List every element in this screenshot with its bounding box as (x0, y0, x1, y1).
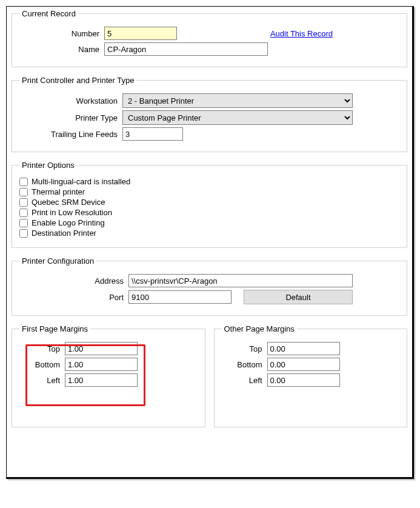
option-thermal-checkbox[interactable] (19, 188, 28, 196)
address-input[interactable] (128, 274, 353, 287)
first-top-label: Top (19, 344, 65, 353)
name-label: Name (19, 45, 104, 54)
other-top-label: Top (222, 344, 267, 353)
trailing-label: Trailing Line Feeds (19, 130, 122, 139)
workstation-label: Workstation (19, 96, 122, 105)
option-lowres-checkbox[interactable] (19, 209, 28, 217)
other-bottom-input[interactable] (267, 358, 340, 371)
option-multilingual-checkbox[interactable] (19, 178, 28, 186)
first-bottom-input[interactable] (65, 358, 138, 371)
option-multilingual-label: Multi-lingual-card is installed (32, 177, 130, 186)
controller-group: Print Controller and Printer Type Workst… (12, 76, 407, 152)
controller-legend: Print Controller and Printer Type (19, 76, 136, 85)
options-legend: Printer Options (19, 161, 77, 170)
option-thermal-label: Thermal printer (32, 187, 85, 196)
address-label: Address (19, 276, 128, 286)
option-logo-label: Enable Logo Printing (32, 218, 105, 227)
option-logo-checkbox[interactable] (19, 219, 28, 227)
option-quebec-label: Quebec SRM Device (32, 198, 105, 207)
other-bottom-label: Bottom (222, 360, 267, 369)
port-input[interactable] (128, 290, 232, 304)
other-top-input[interactable] (267, 342, 340, 355)
number-input[interactable] (104, 27, 177, 40)
options-group: Printer Options Multi-lingual-card is in… (12, 161, 407, 248)
first-bottom-label: Bottom (19, 360, 65, 369)
option-lowres-label: Print in Low Resolution (32, 208, 112, 217)
first-margins-legend: First Page Margins (19, 324, 90, 333)
other-left-input[interactable] (267, 373, 340, 387)
printer-type-label: Printer Type (19, 113, 122, 122)
workstation-select[interactable]: 2 - Banquet Printer (122, 93, 353, 108)
config-legend: Printer Configuration (19, 256, 96, 266)
trailing-input[interactable] (122, 127, 183, 141)
option-destination-label: Destination Printer (32, 229, 96, 238)
option-quebec-checkbox[interactable] (19, 198, 28, 207)
number-label: Number (19, 29, 104, 38)
current-record-legend: Current Record (19, 9, 78, 18)
option-destination-checkbox[interactable] (19, 229, 28, 238)
other-margins-group: Other Page Margins Top Bottom Left (214, 324, 408, 427)
dialog-container: Current Record Number Audit This Record … (6, 6, 414, 479)
current-record-group: Current Record Number Audit This Record … (12, 9, 407, 67)
printer-type-select[interactable]: Custom Page Printer (122, 110, 353, 125)
port-label: Port (19, 293, 128, 302)
name-input[interactable] (104, 42, 268, 56)
other-left-label: Left (222, 376, 267, 385)
config-group: Printer Configuration Address Port Defau… (12, 256, 407, 316)
first-margins-group: First Page Margins Top Bottom Left (12, 324, 205, 427)
other-margins-legend: Other Page Margins (222, 324, 297, 333)
audit-link[interactable]: Audit This Record (270, 29, 333, 38)
first-left-input[interactable] (65, 373, 138, 387)
first-top-input[interactable] (65, 342, 138, 355)
default-button[interactable]: Default (244, 290, 353, 304)
first-left-label: Left (19, 376, 65, 385)
